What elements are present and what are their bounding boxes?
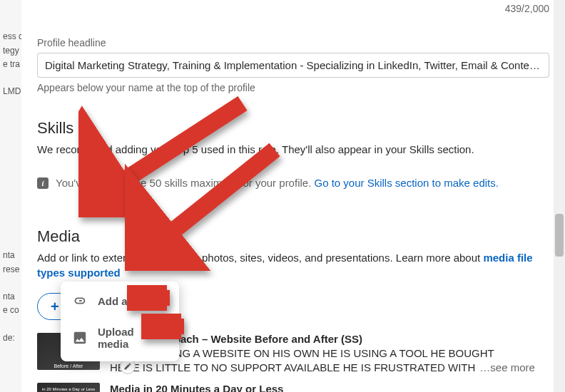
media-description: Add or link to external documents, photo… (37, 250, 549, 280)
plus-icon: + (51, 299, 59, 314)
info-icon: i (37, 177, 49, 189)
vertical-scrollbar[interactable] (554, 0, 565, 392)
scrollbar-thumb[interactable] (555, 214, 564, 257)
char-counter: 439/2,000 (37, 3, 549, 14)
headline-label: Profile headline (37, 37, 549, 48)
media-item-sub2: HERE IS LITTLE TO NO SUPPORT AVAILABLE H… (110, 361, 475, 373)
media-item-title: Media in 20 Minutes a Day or Less (110, 383, 549, 393)
media-item[interactable]: in 20 Minutes a Day or Less Media in 20 … (37, 383, 549, 393)
annotation-arrow-3 (127, 285, 177, 311)
headline-helper: Appears below your name at the top of th… (37, 82, 549, 93)
background-page-fragment: ess c tegy e tra LMD nta rese nta e co d… (0, 0, 21, 392)
svg-line-1 (150, 150, 275, 249)
skills-info-link[interactable]: Go to your Skills section to make edits. (314, 177, 498, 189)
media-thumbnail: in 20 Minutes a Day or Less (37, 383, 100, 393)
see-more-link[interactable]: …see more (479, 361, 535, 373)
bg-text-fragment: ess c tegy e tra LMD nta rese nta e co d… (0, 0, 21, 348)
annotation-arrow-2 (125, 143, 289, 271)
link-icon (72, 293, 88, 309)
image-icon (72, 330, 88, 346)
headline-input[interactable] (37, 53, 549, 78)
pencil-icon (123, 362, 132, 371)
annotation-arrow-4 (141, 314, 191, 339)
media-heading: Media (37, 227, 549, 246)
